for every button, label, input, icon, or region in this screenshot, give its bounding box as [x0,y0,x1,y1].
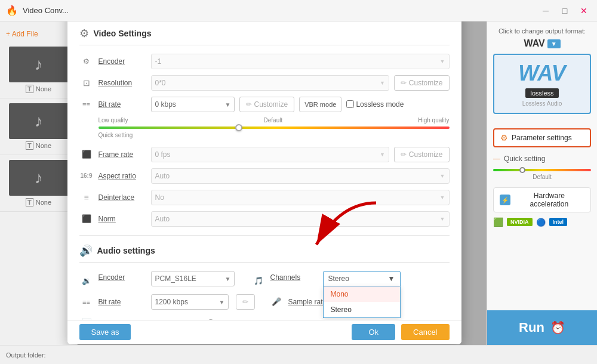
t-icon: T [26,141,33,150]
norm-label: Norm [99,215,146,223]
music-note-icon: ♪ [35,168,43,187]
deinterlace-icon: ≡ [79,190,94,205]
output-folder-label: Output folder: [6,351,46,359]
bottom-bar: Output folder: [0,345,597,364]
save-as-button[interactable]: Save as [79,324,131,340]
channels-option-stereo[interactable]: Stereo [324,302,400,317]
maximize-button[interactable]: □ [558,4,572,18]
encoder-label: Encoder [99,57,146,66]
pencil-icon: ✏ [242,298,248,306]
quick-setting-section: — Quick setting [487,151,597,164]
format-selector: WAV ▼ [493,38,591,49]
resolution-customize-button[interactable]: ✏ Customize [394,75,450,91]
default-label: Default [493,174,591,180]
lossless-badge: lossless [525,88,558,98]
channels-label: Channels [270,273,318,282]
ok-button[interactable]: Ok [352,324,395,340]
aspect-ratio-select[interactable]: Auto ▼ [151,168,450,184]
minimize-button[interactable]: ─ [538,4,553,18]
audio-settings-header: 🔊 Audio settings [79,244,450,263]
file-thumbnail: ♪ [9,103,69,139]
video-settings-title: Video Settings [94,29,152,38]
bitrate-section: ≡≡ Bit rate 0 kbps ▼ ✏ [79,97,450,138]
channels-dropdown: Mono Stereo [323,286,401,318]
format-dropdown-button[interactable]: ▼ [547,39,561,48]
framerate-select[interactable]: 0 fps ▼ [151,147,389,162]
cancel-button[interactable]: Cancel [401,324,449,340]
close-app-button[interactable]: ✕ [577,4,591,18]
sidebar: + Add File ♪ T None ♪ T None [0,21,78,345]
resolution-select[interactable]: 0*0 ▼ [151,75,389,91]
bitrate-customize-button[interactable]: ✏ Customize [239,97,295,112]
app-logo-icon: 🔥 [6,5,18,16]
norm-row: ⬛ Norm Auto ▼ [79,211,450,227]
sidebar-header: + Add File [0,26,77,42]
resolution-label: Resolution [99,79,146,87]
video-settings-header: ⚙ Video Settings [79,27,450,45]
main-content: ⚙ Parameter Settings ✕ ⚙ Video Settings [78,21,487,345]
bitrate-select[interactable]: 0 kbps [151,97,235,112]
format-preview: WAV lossless Lossless Audio [493,54,591,114]
add-file-button[interactable]: + Add File [6,30,38,38]
lossless-mode-checkbox[interactable] [346,100,354,108]
parameter-settings-button[interactable]: ⚙ Parameter settings [493,128,591,147]
wav-label: WAV [518,61,565,86]
channels-select[interactable]: Stereo ▼ [323,271,401,286]
audio-section: 🔊 Audio settings 🔉 Encoder PCM_ [79,244,450,320]
audio-encoder-select[interactable]: PCM_S16LE [151,271,235,286]
channels-option-mono[interactable]: Mono [324,286,400,302]
norm-icon: ⬛ [79,212,94,226]
resolution-icon: ⊡ [79,76,94,90]
norm-select[interactable]: Auto ▼ [151,211,450,227]
vbr-mode-button[interactable]: VBR mode [299,97,341,112]
audio-bitrate-icon: ≡≡ [79,295,94,309]
audio-bitrate-select[interactable]: 1200 kbps [151,294,229,310]
param-settings-icon: ⚙ [500,133,508,143]
quality-slider[interactable] [99,125,450,131]
video-settings-icon: ⚙ [79,27,89,40]
lossless-checkbox[interactable]: Lossless mode [346,100,404,109]
aspect-ratio-label: Aspect ratio [99,172,146,180]
file-thumbnail: ♪ [9,47,69,82]
app-titlebar: 🔥 Video Conv... ─ □ ✕ [0,0,597,21]
modal-overlay: ⚙ Parameter Settings ✕ ⚙ Video Settings [78,21,487,345]
dialog-footer: Save as Ok Cancel [67,320,461,344]
parameter-settings-dialog: ⚙ Parameter Settings ✕ ⚙ Video Settings [67,21,461,344]
app-title: Video Conv... [23,6,69,15]
hardware-acceleration-button[interactable]: ⚡ Hardware acceleration [493,187,591,212]
list-item[interactable]: ♪ T None [0,42,77,98]
resolution-row: ⊡ Resolution 0*0 ▼ ✏ Customize [79,75,450,91]
encoder-select[interactable]: -1 ▼ [151,54,450,69]
framerate-icon: ⬛ [79,147,94,162]
list-item[interactable]: ♪ T None [0,98,77,155]
channels-dropdown-arrow: ▼ [388,274,395,283]
bitrate-main: ≡≡ Bit rate 0 kbps ▼ ✏ [79,97,450,112]
pencil-icon: ✏ [246,100,252,109]
t-icon: T [26,198,33,206]
channels-wrapper: Stereo ▼ Mono Stereo [323,271,401,286]
framerate-customize-button[interactable]: ✏ Customize [394,147,450,162]
music-note-icon: ♪ [35,112,43,131]
footer-left: Save as [79,324,131,340]
intel-badge: Intel [549,218,568,226]
hardware-icon: ⚡ [500,195,510,205]
intel-icon: 🔵 [536,218,546,227]
framerate-row: ⬛ Frame rate 0 fps ▼ ✏ Customize [79,147,450,162]
volume-icon: 📊 [79,316,94,320]
music-note-icon: ♪ [35,55,43,74]
quick-slider[interactable] [493,169,591,171]
pencil-icon: ✏ [401,150,407,159]
audio-bitrate-customize-button[interactable]: ✏ [236,294,255,310]
run-button[interactable]: Run ⏰ [487,310,597,345]
deinterlace-select[interactable]: No ▼ [151,190,450,205]
file-label: T None [26,141,51,150]
encoder-row: ⚙ Encoder -1 ▼ [79,54,450,69]
app-window-controls: ─ □ ✕ [538,4,591,18]
audio-encoder-channels-row: 🔉 Encoder PCM_S16LE ▼ [79,271,450,288]
quick-setting-dash-icon: — [493,155,500,163]
list-item[interactable]: ♪ T None [0,155,77,212]
channels-icon: 🎵 [251,274,266,288]
deinterlace-label: Deinterlace [99,193,146,202]
bitrate-icon: ≡≡ [79,97,94,112]
encoder-icon: ⚙ [79,54,94,69]
